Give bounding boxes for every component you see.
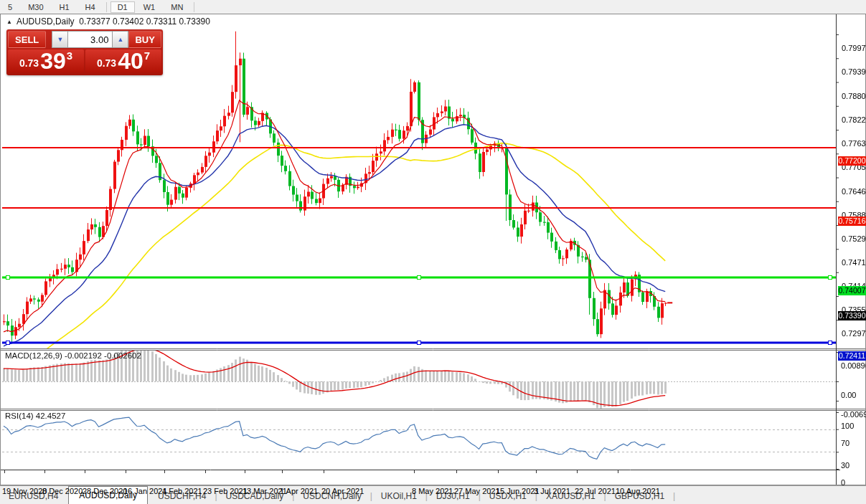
toolbar-separator xyxy=(106,2,107,12)
rsi-indicator-label: RSI(14) 42.4527 xyxy=(5,412,65,420)
volume-spinner: ▼ 3.00 ▲ xyxy=(52,31,128,48)
rsi-axis-label: 100 xyxy=(841,422,854,430)
timeframe-button-5[interactable]: 5 xyxy=(1,1,19,13)
chart-window: ▲AUDUSD,Daily 0.73377 0.73402 0.73311 0.… xyxy=(0,14,866,485)
date-axis-label: 10 Aug 2021 xyxy=(616,487,660,495)
price-axis-tick: 0.79975 xyxy=(842,44,866,52)
buy-price-prefix: 0.73 xyxy=(97,57,116,69)
timeframe-button-w1[interactable]: W1 xyxy=(136,1,163,13)
price-badge-0.77200: 0.77200 xyxy=(838,156,866,166)
rsi-axis-label: 70 xyxy=(841,439,849,447)
date-axis-label: 4 Feb 2021 xyxy=(162,487,202,495)
rsi-indicator-value: 42.4527 xyxy=(36,412,66,420)
price-axis-tick: 0.77635 xyxy=(842,139,866,148)
mt4-terminal: 5M30H1H4D1W1MN ▲AUDUSD,Daily 0.73377 0.7… xyxy=(0,0,866,504)
rsi-axis-label: 0 xyxy=(841,478,845,487)
timeframe-button-mn[interactable]: MN xyxy=(164,1,190,13)
price-badge-0.74007: 0.74007 xyxy=(838,286,866,295)
macd-indicator-label: MACD(12,26,9) -0.002192 -0.002602 xyxy=(5,351,141,360)
price-axis-tick: 0.78220 xyxy=(842,115,866,124)
sell-price-prefix: 0.73 xyxy=(19,57,39,69)
chart-canvas[interactable] xyxy=(1,14,865,485)
volume-input[interactable]: 3.00 xyxy=(68,31,112,48)
sell-button[interactable]: SELL xyxy=(8,31,46,48)
one-click-collapse-icon[interactable]: ▲ xyxy=(6,19,12,25)
date-axis-label: 3 Jul 2021 xyxy=(534,487,570,495)
date-axis-label: 8 Dec 2020 xyxy=(42,487,83,495)
volume-decrease-button[interactable]: ▼ xyxy=(52,31,68,48)
price-axis-tick: 0.76465 xyxy=(842,187,866,196)
buy-price-big: 40 xyxy=(118,50,143,72)
buy-price-sup: 7 xyxy=(144,49,150,62)
macd-axis-label: 0.00 xyxy=(841,391,856,399)
date-axis-label: 28 Dec 2020 xyxy=(83,487,127,495)
tab-separator: | xyxy=(673,491,675,504)
price-axis-tick: 0.72970 xyxy=(842,329,866,338)
timeframe-button-h4[interactable]: H4 xyxy=(78,1,103,13)
date-axis-label: 20 Apr 2021 xyxy=(321,487,364,495)
macd-axis-label: 0.008903 xyxy=(841,361,866,370)
one-click-trading-widget: SELL ▼ 3.00 ▲ BUY 0.73 39 3 0.73 40 7 xyxy=(6,29,163,75)
timeframe-button-m30[interactable]: M30 xyxy=(21,1,50,13)
timeframe-toolbar: 5M30H1H4D1W1MN xyxy=(0,0,866,14)
date-axis-label: 16 Jan 2021 xyxy=(123,487,167,495)
timeframe-button-d1[interactable]: D1 xyxy=(110,1,135,13)
rsi-axis-label: 30 xyxy=(841,461,849,470)
chart-header: ▲AUDUSD,Daily 0.73377 0.73402 0.73311 0.… xyxy=(6,16,210,27)
price-axis-tick: 0.74710 xyxy=(842,258,866,267)
date-axis-label: 15 Jun 2021 xyxy=(496,487,540,495)
volume-increase-button[interactable]: ▲ xyxy=(112,31,128,48)
date-axis-label: 19 Nov 2020 xyxy=(2,487,47,495)
price-badge-0.72411: 0.72411 xyxy=(838,351,866,361)
price-badge-0.75716: 0.75716 xyxy=(838,217,866,226)
sell-price-big: 39 xyxy=(40,50,66,72)
macd-axis-label: -0.006974 xyxy=(841,410,866,419)
toolbar-separator xyxy=(194,2,194,12)
date-axis-label: 27 May 2021 xyxy=(454,487,500,495)
date-axis-label: 8 May 2021 xyxy=(412,487,453,495)
sell-price-panel[interactable]: 0.73 39 3 xyxy=(8,49,84,72)
date-axis-label: 1 Apr 2021 xyxy=(280,487,318,495)
price-badge-0.73390: 0.73390 xyxy=(838,311,866,320)
buy-button[interactable]: BUY xyxy=(128,31,161,48)
timeframe-button-h1[interactable]: H1 xyxy=(52,1,77,13)
price-axis-tick: 0.79390 xyxy=(842,67,866,76)
chart-symbol-label: AUDUSD,Daily xyxy=(17,16,75,27)
date-axis-label: 23 Feb 2021 xyxy=(203,487,248,495)
date-axis-label: 22 Jul 2021 xyxy=(575,487,616,495)
price-axis-tick: 0.75295 xyxy=(842,234,866,243)
chart-ohlc-values: 0.73377 0.73402 0.73311 0.73390 xyxy=(79,16,210,27)
price-axis-tick: 0.78805 xyxy=(842,92,866,100)
sell-price-sup: 3 xyxy=(67,49,72,62)
buy-price-panel[interactable]: 0.73 40 7 xyxy=(85,49,161,72)
macd-indicator-values: -0.002192 -0.002602 xyxy=(65,351,141,360)
